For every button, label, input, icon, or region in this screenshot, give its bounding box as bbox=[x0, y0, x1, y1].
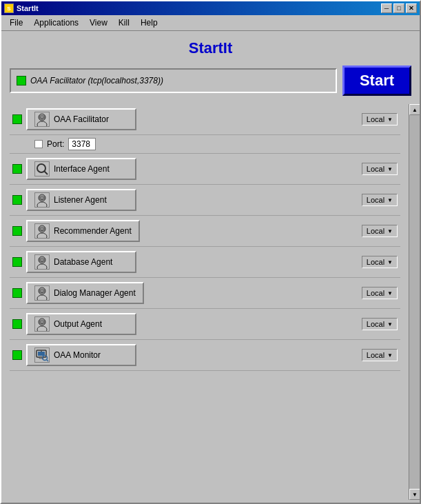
agent-button-6[interactable]: Output Agent bbox=[26, 313, 136, 335]
menu-view[interactable]: View bbox=[84, 17, 113, 29]
close-button[interactable]: ✕ bbox=[406, 3, 417, 13]
agent-location-label-4: Local bbox=[367, 258, 384, 266]
agent-icon-4 bbox=[34, 254, 50, 270]
agent-location-label-6: Local bbox=[367, 320, 384, 328]
agent-button-4[interactable]: Database Agent bbox=[26, 251, 136, 273]
start-button[interactable]: Start bbox=[342, 65, 411, 96]
scrollbar: ▲ ▼ bbox=[409, 104, 420, 500]
agent-row-1: Interface Agent Local ▼ bbox=[10, 154, 400, 185]
agent-location-label-0: Local bbox=[367, 115, 384, 123]
agent-location-dropdown-1[interactable]: Local ▼ bbox=[362, 163, 398, 175]
agent-location-dropdown-4[interactable]: Local ▼ bbox=[362, 256, 398, 268]
agent-button-7[interactable]: OAA Monitor bbox=[26, 344, 136, 366]
svg-line-37 bbox=[47, 360, 49, 362]
agent-location-label-1: Local bbox=[367, 165, 384, 173]
scroll-track[interactable] bbox=[409, 115, 420, 489]
svg-line-6 bbox=[45, 172, 48, 175]
agent-location-label-5: Local bbox=[367, 289, 384, 297]
agent-row-2: Listener Agent Local ▼ bbox=[10, 185, 400, 216]
agent-button-5[interactable]: Dialog Manager Agent bbox=[26, 282, 144, 304]
agent-icon-3 bbox=[34, 223, 50, 239]
agent-label-7: OAA Monitor bbox=[54, 350, 101, 360]
agent-icon-2 bbox=[34, 192, 50, 208]
agent-green-5 bbox=[12, 288, 22, 298]
dropdown-arrow-2: ▼ bbox=[387, 197, 393, 203]
svg-point-5 bbox=[37, 164, 45, 172]
main-window: S StartIt ─ □ ✕ File Applications View K… bbox=[0, 0, 421, 504]
svg-point-31 bbox=[37, 326, 47, 331]
minimize-button[interactable]: ─ bbox=[381, 3, 392, 13]
agent-location-dropdown-6[interactable]: Local ▼ bbox=[362, 318, 398, 330]
menu-kill[interactable]: Kill bbox=[113, 17, 135, 29]
port-value-0: 3378 bbox=[68, 138, 96, 150]
title-bar-left: S StartIt bbox=[4, 3, 39, 13]
maximize-button[interactable]: □ bbox=[393, 3, 404, 13]
agent-icon-7 bbox=[34, 347, 50, 363]
dropdown-arrow-1: ▼ bbox=[387, 166, 393, 172]
dropdown-arrow-5: ▼ bbox=[387, 290, 393, 296]
scroll-down-button[interactable]: ▼ bbox=[409, 489, 420, 500]
agent-button-2[interactable]: Listener Agent bbox=[26, 189, 136, 211]
menu-help[interactable]: Help bbox=[135, 17, 163, 29]
app-title: StartIt bbox=[1, 31, 420, 63]
agent-label-5: Dialog Manager Agent bbox=[54, 288, 136, 298]
window-icon: S bbox=[4, 3, 14, 13]
agent-row-5: Dialog Manager Agent Local ▼ bbox=[10, 278, 400, 309]
agent-row-4: Database Agent Local ▼ bbox=[10, 247, 400, 278]
port-label-0: Port: bbox=[47, 139, 64, 149]
agent-location-dropdown-2[interactable]: Local ▼ bbox=[362, 194, 398, 206]
svg-point-34 bbox=[41, 351, 42, 352]
agent-scroll-area: OAA Facilitator Local ▼ Port: 3378 bbox=[1, 104, 420, 500]
agent-location-label-3: Local bbox=[367, 227, 384, 235]
agent-list: OAA Facilitator Local ▼ Port: 3378 bbox=[1, 104, 409, 371]
agent-label-3: Recommender Agent bbox=[54, 226, 132, 236]
svg-point-26 bbox=[37, 295, 47, 300]
agent-button-0[interactable]: OAA Facilitator bbox=[26, 108, 136, 130]
agent-green-4 bbox=[12, 257, 22, 267]
agent-location-dropdown-7[interactable]: Local ▼ bbox=[362, 349, 398, 361]
agent-icon-0 bbox=[34, 112, 50, 127]
title-bar-buttons: ─ □ ✕ bbox=[381, 3, 417, 13]
agent-green-2 bbox=[12, 195, 22, 205]
agent-location-label-7: Local bbox=[367, 351, 384, 359]
agent-label-6: Output Agent bbox=[54, 319, 102, 329]
agent-location-label-2: Local bbox=[367, 196, 384, 204]
scroll-up-button[interactable]: ▲ bbox=[409, 104, 420, 115]
agent-location-dropdown-3[interactable]: Local ▼ bbox=[362, 225, 398, 237]
agent-button-1[interactable]: Interface Agent bbox=[26, 158, 136, 180]
window-title: StartIt bbox=[17, 4, 39, 12]
menu-file[interactable]: File bbox=[4, 17, 28, 29]
title-bar: S StartIt ─ □ ✕ bbox=[1, 1, 420, 15]
agent-green-3 bbox=[12, 226, 22, 236]
menu-applications[interactable]: Applications bbox=[28, 17, 84, 29]
agent-row-0: OAA Facilitator Local ▼ bbox=[10, 104, 400, 135]
agent-icon-1 bbox=[34, 161, 50, 177]
agent-green-0 bbox=[12, 114, 22, 124]
agent-label-4: Database Agent bbox=[54, 257, 112, 267]
agent-label-0: OAA Facilitator bbox=[54, 114, 109, 124]
dropdown-arrow-6: ▼ bbox=[387, 321, 393, 327]
agent-label-2: Listener Agent bbox=[54, 195, 107, 205]
agent-row-3: Recommender Agent Local ▼ bbox=[10, 216, 400, 247]
agent-location-dropdown-0[interactable]: Local ▼ bbox=[362, 113, 398, 125]
port-checkbox-0[interactable] bbox=[34, 140, 43, 148]
port-row-0: Port: 3378 bbox=[10, 135, 400, 154]
agent-icon-5 bbox=[34, 285, 50, 301]
dropdown-arrow-3: ▼ bbox=[387, 228, 393, 234]
agent-row-7: OAA Monitor Local ▼ bbox=[10, 340, 400, 371]
svg-point-11 bbox=[37, 202, 47, 207]
menu-bar: File Applications View Kill Help bbox=[1, 15, 420, 31]
svg-point-21 bbox=[37, 264, 47, 269]
agent-button-3[interactable]: Recommender Agent bbox=[26, 220, 140, 242]
status-text: OAA Facilitator (tcp(localhost,3378)) bbox=[30, 76, 163, 85]
agent-location-dropdown-5[interactable]: Local ▼ bbox=[362, 287, 398, 299]
agent-green-1 bbox=[12, 164, 22, 174]
agent-green-7 bbox=[12, 350, 22, 360]
status-indicator bbox=[17, 76, 26, 85]
dropdown-arrow-7: ▼ bbox=[387, 352, 393, 359]
agent-label-1: Interface Agent bbox=[54, 164, 110, 174]
dropdown-arrow-4: ▼ bbox=[387, 259, 393, 265]
agent-icon-6 bbox=[34, 316, 50, 332]
status-label: OAA Facilitator (tcp(localhost,3378)) bbox=[10, 68, 337, 93]
agent-row-6: Output Agent Local ▼ bbox=[10, 309, 400, 340]
